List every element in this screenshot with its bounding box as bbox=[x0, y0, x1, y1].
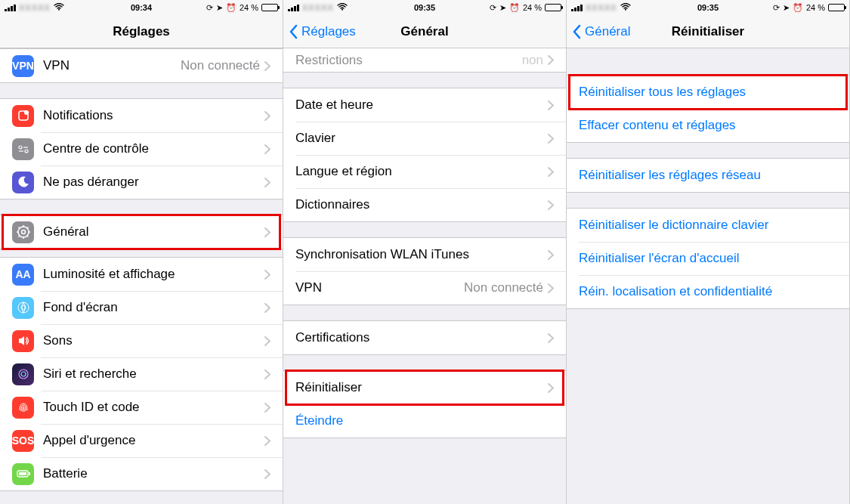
row-label: Langue et région bbox=[295, 164, 548, 179]
row-notifications[interactable]: Notifications bbox=[0, 99, 283, 132]
general-panel: XXXXX 09:35 ⟳ ➤ ⏰ 24 % Réglages Général … bbox=[283, 0, 567, 504]
row-reset-all-settings[interactable]: Réinitialiser tous les réglages bbox=[567, 76, 849, 109]
row-datetime[interactable]: Date et heure bbox=[283, 88, 566, 122]
chevron-right-icon bbox=[548, 383, 554, 393]
gear-icon bbox=[12, 221, 34, 243]
back-button[interactable]: Général bbox=[567, 24, 630, 39]
chevron-right-icon bbox=[264, 436, 270, 446]
chevron-right-icon bbox=[264, 270, 270, 280]
chevron-right-icon bbox=[264, 111, 270, 121]
row-detail: non bbox=[522, 53, 543, 68]
row-touchid[interactable]: Touch ID et code bbox=[0, 391, 283, 424]
row-keyboard[interactable]: Clavier bbox=[283, 122, 566, 155]
svg-point-17 bbox=[18, 302, 29, 313]
row-label: Sons bbox=[43, 333, 264, 348]
row-display[interactable]: AA Luminosité et affichage bbox=[0, 258, 283, 291]
row-label: Notifications bbox=[43, 108, 264, 123]
battery-row-icon bbox=[12, 463, 34, 485]
chevron-right-icon bbox=[264, 178, 270, 187]
speaker-icon bbox=[12, 330, 34, 352]
row-language[interactable]: Langue et région bbox=[283, 155, 566, 188]
vpn-icon: VPN bbox=[12, 55, 34, 77]
settings-list: VPN VPN Non connecté Notifications Centr… bbox=[0, 48, 283, 504]
chevron-right-icon bbox=[548, 55, 554, 65]
row-label: VPN bbox=[43, 58, 181, 73]
status-bar: XXXXX 09:35 ⟳ ➤ ⏰ 24 % bbox=[283, 0, 566, 15]
reset-list: Réinitialiser tous les réglages Effacer … bbox=[567, 48, 849, 504]
row-detail: Non connecté bbox=[181, 58, 260, 73]
fingerprint-icon bbox=[12, 397, 34, 419]
page-title: Réglages bbox=[0, 24, 283, 39]
siri-icon bbox=[12, 363, 34, 385]
row-vpn[interactable]: VPN VPN Non connecté bbox=[0, 49, 283, 82]
row-label: Réinitialiser tous les réglages bbox=[579, 85, 837, 100]
chevron-right-icon bbox=[264, 403, 270, 413]
back-label: Réglages bbox=[301, 24, 356, 39]
nav-bar: Réglages bbox=[0, 15, 283, 48]
row-label: Touch ID et code bbox=[43, 400, 264, 415]
chevron-right-icon bbox=[264, 369, 270, 379]
general-list: Restrictions non Date et heure Clavier L… bbox=[283, 48, 566, 504]
svg-line-15 bbox=[18, 236, 20, 237]
row-label: Centre de contrôle bbox=[43, 141, 264, 156]
svg-point-20 bbox=[21, 372, 26, 376]
row-label: VPN bbox=[295, 280, 464, 295]
row-label: Siri et recherche bbox=[43, 366, 264, 382]
clock-label: 09:34 bbox=[131, 3, 152, 12]
row-control-center[interactable]: Centre de contrôle bbox=[0, 132, 283, 165]
row-wallpaper[interactable]: Fond d'écran bbox=[0, 291, 283, 324]
row-reset-network[interactable]: Réinitialiser les réglages réseau bbox=[567, 159, 849, 192]
row-label: Réinitialiser les réglages réseau bbox=[579, 168, 837, 183]
row-sounds[interactable]: Sons bbox=[0, 324, 283, 357]
svg-point-8 bbox=[21, 230, 25, 234]
chevron-right-icon bbox=[548, 134, 554, 144]
svg-line-16 bbox=[26, 227, 28, 229]
row-detail: Non connecté bbox=[464, 280, 543, 295]
svg-line-13 bbox=[18, 227, 20, 229]
row-certifications[interactable]: Certifications bbox=[283, 321, 566, 354]
row-restrictions-cut[interactable]: Restrictions non bbox=[283, 48, 566, 73]
back-button[interactable]: Réglages bbox=[283, 24, 356, 39]
battery-icon bbox=[828, 4, 845, 11]
svg-rect-23 bbox=[19, 472, 26, 475]
chevron-right-icon bbox=[548, 167, 554, 177]
row-label: Appel d'urgence bbox=[43, 433, 264, 448]
status-bar: XXXXX 09:35 ⟳ ➤ ⏰ 24 % bbox=[567, 0, 849, 15]
row-siri[interactable]: Siri et recherche bbox=[0, 357, 283, 391]
row-reset[interactable]: Réinitialiser bbox=[283, 371, 566, 404]
battery-icon bbox=[261, 4, 278, 11]
nav-bar: Réglages Général bbox=[283, 15, 566, 48]
chevron-right-icon bbox=[548, 200, 554, 210]
row-general[interactable]: Général bbox=[0, 215, 283, 249]
row-dnd[interactable]: Ne pas déranger bbox=[0, 165, 283, 199]
row-dictionaries[interactable]: Dictionnaires bbox=[283, 188, 566, 221]
svg-rect-22 bbox=[29, 472, 30, 475]
chevron-right-icon bbox=[264, 336, 270, 346]
row-label: Restrictions bbox=[295, 53, 522, 68]
row-reset-keyboard-dict[interactable]: Réinitialiser le dictionnaire clavier bbox=[567, 209, 849, 242]
row-battery[interactable]: Batterie bbox=[0, 457, 283, 490]
highlight-general: Général bbox=[0, 215, 283, 249]
back-label: Général bbox=[585, 24, 630, 39]
chevron-right-icon bbox=[264, 144, 270, 154]
notifications-icon bbox=[12, 105, 34, 127]
row-label: Ne pas déranger bbox=[43, 175, 264, 190]
row-label: Réinitialiser l'écran d'accueil bbox=[579, 251, 837, 266]
display-aa-icon: AA bbox=[12, 264, 34, 286]
highlight-reset: Réinitialiser bbox=[283, 371, 566, 404]
row-erase-content[interactable]: Effacer contenu et réglages bbox=[567, 109, 849, 142]
row-wlan-sync[interactable]: Synchronisation WLAN iTunes bbox=[283, 238, 566, 271]
row-reset-location[interactable]: Réin. localisation et confidentialité bbox=[567, 275, 849, 308]
row-label: Éteindre bbox=[295, 413, 554, 428]
row-vpn[interactable]: VPN Non connecté bbox=[283, 271, 566, 305]
chevron-right-icon bbox=[548, 283, 554, 293]
nav-bar: Général Réinitialiser bbox=[567, 15, 849, 48]
row-reset-home[interactable]: Réinitialiser l'écran d'accueil bbox=[567, 242, 849, 275]
clock-label: 09:35 bbox=[414, 3, 435, 12]
row-shutdown[interactable]: Éteindre bbox=[283, 404, 566, 438]
row-label: Date et heure bbox=[295, 97, 548, 113]
reset-panel: XXXXX 09:35 ⟳ ➤ ⏰ 24 % Général Réinitial… bbox=[567, 0, 850, 504]
row-label: Général bbox=[43, 224, 264, 240]
row-sos[interactable]: SOS Appel d'urgence bbox=[0, 424, 283, 457]
svg-point-2 bbox=[24, 110, 29, 115]
